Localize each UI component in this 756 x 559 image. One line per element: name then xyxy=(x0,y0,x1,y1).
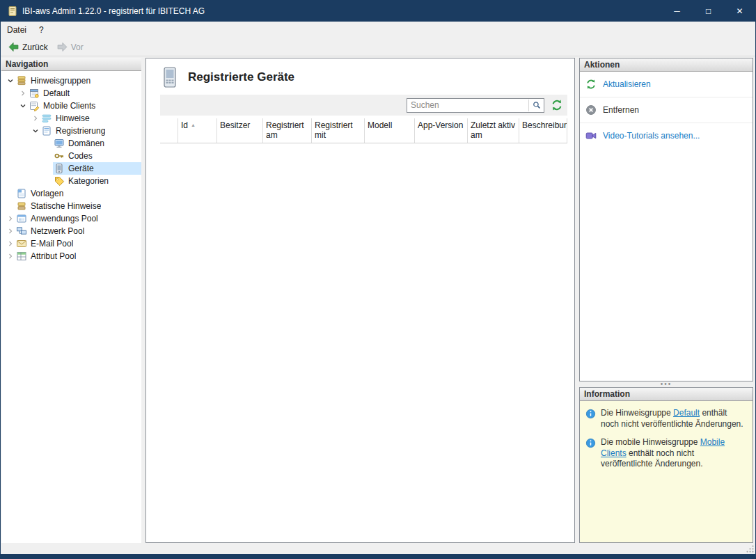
vorlagen-icon xyxy=(16,188,27,199)
nav-toolbar: Zurück Vor xyxy=(1,38,755,56)
tree-item-label: Codes xyxy=(68,151,93,161)
chevron-collapsed-icon[interactable] xyxy=(6,239,15,249)
column-header-zuletzt-aktiv-am[interactable]: Zuletzt aktiv am xyxy=(468,118,519,143)
column-header-besitzer[interactable]: Besitzer xyxy=(217,118,263,143)
tree-item-kategorien[interactable]: Kategorien xyxy=(1,175,141,187)
netzwerk-pool-icon xyxy=(16,226,27,237)
column-label: App-Version xyxy=(418,120,463,130)
info-note-text: Die mobile Hinweisgruppe Mobile Clients … xyxy=(601,437,747,470)
tree-item-label: Mobile Clients xyxy=(43,101,95,111)
chevron-collapsed-icon[interactable] xyxy=(18,88,28,98)
close-button[interactable]: ✕ xyxy=(724,1,755,22)
tree-item-netzwerk-pool[interactable]: Netzwerk Pool xyxy=(1,225,141,237)
action-aktualisieren[interactable]: Aktualisieren xyxy=(580,72,753,97)
chevron-placeholder xyxy=(6,189,15,198)
tree-item-label: Hinweisgruppen xyxy=(31,76,90,86)
back-button[interactable]: Zurück xyxy=(5,40,51,54)
tree-item-label: Registrierung xyxy=(56,126,105,136)
tree-item-label: Kategorien xyxy=(68,176,109,186)
tree-item-registrierung[interactable]: Registrierung xyxy=(1,125,141,137)
tree-item-label: Domänen xyxy=(68,139,104,148)
column-header-modell[interactable]: Modell xyxy=(365,118,415,143)
tree-item-attribut-pool[interactable]: Attribut Pool xyxy=(1,250,141,262)
tree-item-label: Vorlagen xyxy=(31,189,63,198)
tree-item-label: Statische Hinweise xyxy=(31,201,101,211)
tree-row-body: Hinweise xyxy=(40,112,141,125)
action-entfernen[interactable]: Entfernen xyxy=(580,97,753,123)
tree-row-body: Domänen xyxy=(53,137,141,150)
device-header-icon xyxy=(162,67,178,88)
chevron-placeholder xyxy=(43,139,53,148)
chevron-expanded-icon[interactable] xyxy=(6,76,15,86)
tree-item-mobile-clients[interactable]: Mobile Clients xyxy=(1,100,141,112)
chevron-collapsed-icon[interactable] xyxy=(6,251,15,261)
tree-item-label: Anwendungs Pool xyxy=(31,214,98,223)
navigation-panel: Navigation Hinweisgruppen xyxy=(1,58,141,543)
info-note-default: Die Hinweisgruppe Default enthält noch n… xyxy=(585,408,747,430)
tree-row-body: Registrierung xyxy=(40,125,141,137)
page-title: Registrierte Geräte xyxy=(188,70,294,84)
tree-item-statische-hinweise[interactable]: Statische Hinweise xyxy=(1,200,141,212)
menubar: Datei ? xyxy=(1,22,755,38)
splitter-grip-icon: ••• xyxy=(661,382,672,386)
column-header-app-version[interactable]: App-Version xyxy=(415,118,468,143)
titlebar: IBI-aws Admin 1.22.0 - registriert für I… xyxy=(1,1,755,22)
tree-item-hinweisgruppen[interactable]: Hinweisgruppen xyxy=(1,74,141,87)
tree-row-body-selected: Geräte xyxy=(53,162,141,175)
tree-row-body: Attribut Pool xyxy=(15,250,141,262)
info-note-prefix: Die mobile Hinweisgruppe xyxy=(601,437,700,447)
statusbar xyxy=(1,543,755,554)
tree-row-body: Kategorien xyxy=(53,175,141,187)
tree-item-label: Attribut Pool xyxy=(31,251,76,261)
tree-item-codes[interactable]: Codes xyxy=(1,150,141,162)
right-column: Aktionen Aktualisieren Entfer xyxy=(579,58,753,543)
column-header-registriert-am[interactable]: Registriert am xyxy=(263,118,312,143)
search-button[interactable] xyxy=(528,100,544,111)
tree-item-email-pool[interactable]: E-Mail Pool xyxy=(1,237,141,250)
chevron-placeholder xyxy=(43,164,53,173)
back-arrow-icon xyxy=(8,41,19,53)
tree-item-default[interactable]: Default xyxy=(1,87,141,100)
tree-item-anwendungs-pool[interactable]: Anwendungs Pool xyxy=(1,212,141,225)
attribut-pool-icon xyxy=(16,251,27,262)
refresh-icon[interactable] xyxy=(551,99,563,111)
tree-item-vorlagen[interactable]: Vorlagen xyxy=(1,187,141,200)
info-note-mobile-clients: Die mobile Hinweisgruppe Mobile Clients … xyxy=(585,437,747,470)
info-icon xyxy=(585,409,596,419)
tree-item-geraete[interactable]: Geräte xyxy=(1,162,141,175)
column-header-registriert-mit[interactable]: Registriert mit xyxy=(312,118,365,143)
tree-item-hinweise[interactable]: Hinweise xyxy=(1,112,141,125)
registrierung-icon xyxy=(41,125,52,136)
tree-item-domaenen[interactable]: Domänen xyxy=(1,137,141,150)
chevron-expanded-icon[interactable] xyxy=(18,101,28,111)
tree-row-body: Anwendungs Pool xyxy=(15,212,141,225)
default-group-icon xyxy=(29,88,40,99)
panel-splitter[interactable]: ••• xyxy=(579,381,753,387)
workspace: Navigation Hinweisgruppen xyxy=(1,56,755,543)
chevron-collapsed-icon[interactable] xyxy=(6,214,15,223)
search-input[interactable] xyxy=(407,99,528,112)
anwendungs-pool-icon xyxy=(16,213,27,224)
tree-row-body: Vorlagen xyxy=(15,187,141,200)
column-header-beschreibung[interactable]: Beschreibung xyxy=(519,118,567,143)
forward-label: Vor xyxy=(71,42,84,52)
action-video-tutorials[interactable]: Video-Tutorials ansehen... xyxy=(580,123,753,148)
column-label: Id xyxy=(181,120,188,130)
info-link-default[interactable]: Default xyxy=(673,408,700,418)
tree-item-label: Netzwerk Pool xyxy=(31,226,84,236)
column-header-id[interactable]: Id ▲ xyxy=(178,118,217,143)
info-note-text: Die Hinweisgruppe Default enthält noch n… xyxy=(601,408,747,430)
info-note-prefix: Die Hinweisgruppe xyxy=(601,408,673,418)
menu-help[interactable]: ? xyxy=(33,22,50,38)
resize-grip-icon[interactable] xyxy=(746,544,755,553)
tree-row-body: Statische Hinweise xyxy=(15,200,141,212)
chevron-collapsed-icon[interactable] xyxy=(31,113,40,123)
forward-button[interactable]: Vor xyxy=(54,40,86,54)
chevron-expanded-icon[interactable] xyxy=(31,126,40,136)
maximize-button[interactable]: □ xyxy=(693,1,724,22)
menu-datei[interactable]: Datei xyxy=(1,22,33,38)
info-icon xyxy=(585,438,596,448)
remove-icon xyxy=(585,104,597,116)
chevron-collapsed-icon[interactable] xyxy=(6,226,15,236)
minimize-button[interactable]: ─ xyxy=(661,1,693,22)
